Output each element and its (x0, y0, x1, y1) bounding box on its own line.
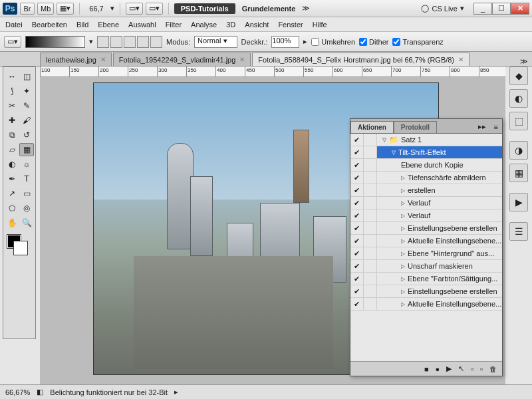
action-row[interactable]: ✔▷Einstellungsebene erstellen (350, 285, 502, 298)
action-row[interactable]: ✔▷Unscharf maskieren (350, 260, 502, 273)
gradient-diamond-button[interactable] (150, 36, 162, 48)
menu-hilfe[interactable]: Hilfe (313, 21, 327, 29)
eyedropper-tool[interactable]: ✎ (19, 99, 34, 112)
close-icon[interactable]: ✕ (458, 56, 464, 63)
gradient-preview[interactable] (25, 36, 85, 48)
new-set-button[interactable]: ▫ (471, 365, 473, 373)
minibridge-button[interactable]: Mb (37, 3, 54, 15)
menu-auswahl[interactable]: Auswahl (128, 21, 156, 29)
dither-checkbox[interactable]: Dither (359, 38, 388, 46)
tool-preset-button[interactable]: ▭▾ (4, 36, 21, 48)
transparenz-checkbox[interactable]: Transparenz (392, 38, 443, 46)
channels-panel-icon[interactable]: ◐ (509, 89, 528, 108)
doc-tab-1[interactable]: Fotolia_19542249_S_vladimir41.jpg✕ (113, 53, 251, 66)
menu-filter[interactable]: Filter (166, 21, 182, 29)
doc-tab-0[interactable]: lenathewise.jpg✕ (40, 53, 112, 66)
action-row[interactable]: ✔▷Verlauf (350, 209, 502, 222)
close-button[interactable]: ✕ (511, 3, 529, 15)
close-icon[interactable]: ✕ (239, 56, 245, 63)
action-row[interactable]: ✔▷Ebene "Hintergrund" aus... (350, 247, 502, 260)
action-row[interactable]: ✔▷Verlauf (350, 197, 502, 209)
wand-tool[interactable]: ✦ (19, 84, 34, 98)
lasso-tool[interactable]: ⟆ (5, 84, 19, 98)
record-button[interactable]: ● (436, 365, 440, 373)
workspace-more-icon[interactable]: ≫ (302, 4, 310, 13)
menu-fenster[interactable]: Fenster (278, 21, 303, 29)
action-row[interactable]: ✔▷Einstellungsebene erstellen (350, 222, 502, 235)
adjustments-panel-icon[interactable]: ◑ (509, 141, 528, 160)
crop-tool[interactable]: ✂ (5, 99, 19, 112)
bridge-button[interactable]: Br (20, 3, 35, 15)
action-row[interactable]: ✔▷Aktuelle Einstellungsebene... (350, 235, 502, 247)
gradient-reflected-button[interactable] (137, 36, 149, 48)
panel-menu-icon[interactable]: ≡ (490, 121, 502, 133)
marquee-tool[interactable]: ◫ (19, 70, 34, 83)
path-tool[interactable]: ↗ (5, 187, 19, 200)
deckkr-input[interactable]: 100% (271, 36, 299, 48)
history-brush-tool[interactable]: ↺ (19, 128, 34, 142)
minimize-button[interactable]: _ (473, 3, 492, 15)
menu-datei[interactable]: Datei (5, 21, 23, 29)
layers-panel-icon[interactable]: ◆ (509, 66, 528, 85)
zoom-tool[interactable]: 🔍 (19, 216, 34, 229)
action-row[interactable]: ✔▽📁Satz 1 (350, 134, 502, 146)
menu-ansicht[interactable]: Ansicht (245, 21, 269, 29)
modus-select[interactable]: Normal ▾ (194, 36, 237, 48)
workspace-grund[interactable]: Grundelemente (238, 5, 300, 13)
paths-panel-icon[interactable]: ⬚ (509, 112, 528, 130)
background-swatch[interactable] (14, 241, 27, 255)
panel-collapse-icon[interactable]: ▸▸ (474, 120, 490, 133)
color-swatches[interactable] (5, 235, 34, 255)
hand-tool[interactable]: ✋ (5, 216, 19, 229)
heal-tool[interactable]: ✚ (5, 114, 19, 127)
action-row[interactable]: ✔Ebene durch Kopie (350, 159, 502, 172)
stop-button[interactable]: ■ (424, 365, 429, 373)
cslive-label[interactable]: CS Live (432, 5, 458, 13)
shape-tool[interactable]: ▭ (19, 187, 34, 200)
gradient-tool[interactable]: ▦ (19, 143, 34, 156)
menu-bild[interactable]: Bild (76, 21, 88, 29)
camera-tool[interactable]: ◎ (19, 201, 34, 215)
gradient-linear-button[interactable] (97, 36, 109, 48)
type-tool[interactable]: T (19, 172, 34, 186)
action-row[interactable]: ✔▷Ebene "Farbton/Sättigung... (350, 273, 502, 285)
3d-tool[interactable]: ⬠ (5, 201, 19, 215)
eraser-tool[interactable]: ▱ (5, 143, 19, 156)
screenmode2-button[interactable]: ▭▾ (146, 3, 163, 15)
status-more-icon[interactable]: ▸ (174, 388, 178, 396)
history-panel-icon[interactable]: ☰ (509, 222, 528, 241)
maximize-button[interactable]: ☐ (492, 3, 511, 15)
blur-tool[interactable]: ◐ (5, 158, 19, 171)
delete-button[interactable]: 🗑 (489, 365, 497, 373)
menu-analyse[interactable]: Analyse (191, 21, 217, 29)
close-icon[interactable]: ✕ (100, 56, 106, 63)
styles-panel-icon[interactable]: ▦ (509, 164, 528, 182)
gradient-radial-button[interactable] (110, 36, 122, 48)
play-button[interactable]: ▶ (446, 364, 452, 373)
cslive-icon[interactable]: ◯ (421, 4, 429, 13)
status-zoom[interactable]: 66,67% (5, 388, 30, 396)
tab-aktionen[interactable]: Aktionen (350, 121, 394, 133)
new-action-button[interactable]: ▫ (480, 365, 483, 373)
actions-panel-icon[interactable]: ▶ (509, 193, 528, 211)
menu-3d[interactable]: 3D (226, 21, 235, 29)
arrange-button[interactable]: ▭▾ (126, 3, 143, 15)
action-row[interactable]: ✔▽Tilt-Shift-Effekt (350, 146, 502, 159)
tab-overflow-icon[interactable]: ≫ (516, 57, 532, 66)
pen-tool[interactable]: ✒ (5, 172, 19, 186)
umkehren-checkbox[interactable]: Umkehren (311, 38, 355, 46)
screen-mode-button[interactable]: ▦▾ (57, 3, 74, 15)
doc-tab-2[interactable]: Fotolia_8588494_S_Felix Horstmann.jpg be… (252, 53, 469, 66)
stamp-tool[interactable]: ⧉ (5, 128, 19, 142)
action-row[interactable]: ✔▷Tiefenschärfe abmildern (350, 172, 502, 184)
move-tool[interactable]: ↔ (5, 70, 19, 83)
workspace-psd[interactable]: PSD-Tutorials (174, 3, 235, 14)
brush-tool[interactable]: 🖌 (19, 114, 34, 127)
action-row[interactable]: ✔▷erstellen (350, 184, 502, 197)
zoom-value[interactable]: 66,7 (85, 5, 107, 13)
action-row[interactable]: ✔▷Aktuelle Einstellungsebene... (350, 298, 502, 311)
menu-bearbeiten[interactable]: Bearbeiten (32, 21, 67, 29)
tab-protokoll[interactable]: Protokoll (394, 121, 437, 133)
menu-ebene[interactable]: Ebene (98, 21, 119, 29)
gradient-angle-button[interactable] (124, 36, 136, 48)
